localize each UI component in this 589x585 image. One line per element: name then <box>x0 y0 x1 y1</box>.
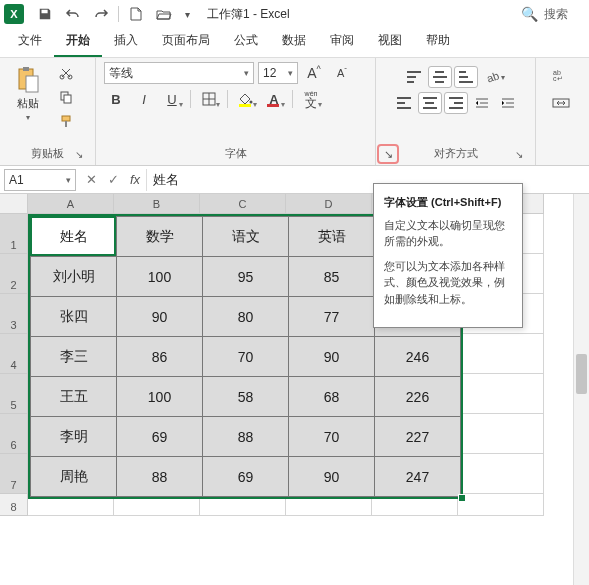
row-header-8[interactable]: 8 <box>0 494 28 516</box>
selection-fill-handle[interactable] <box>458 494 466 502</box>
increase-font-button[interactable]: A^ <box>302 62 326 84</box>
align-center-button[interactable] <box>418 92 442 114</box>
cell[interactable]: 88 <box>203 417 289 457</box>
ribbon-tabs: 文件 开始 插入 页面布局 公式 数据 审阅 视图 帮助 <box>0 28 589 58</box>
cell[interactable]: 100 <box>117 377 203 417</box>
cell-C1[interactable]: 语文 <box>203 217 289 257</box>
cell[interactable]: 90 <box>117 297 203 337</box>
row-header-3[interactable]: 3 <box>0 294 28 334</box>
pinyin-guide-button[interactable]: wén 文▾ <box>299 88 323 110</box>
cell[interactable]: 80 <box>203 297 289 337</box>
align-bottom-button[interactable] <box>454 66 478 88</box>
tab-data[interactable]: 数据 <box>270 26 318 57</box>
cell-A1[interactable]: 姓名 <box>31 217 117 257</box>
tab-insert[interactable]: 插入 <box>102 26 150 57</box>
format-painter-button[interactable] <box>54 110 78 132</box>
vertical-scrollbar[interactable] <box>573 194 589 585</box>
tab-review[interactable]: 审阅 <box>318 26 366 57</box>
border-button[interactable]: ▾ <box>197 88 221 110</box>
wrap-text-button[interactable]: abc↵ <box>546 64 576 86</box>
name-box[interactable]: A1 ▾ <box>4 169 76 191</box>
column-header-B[interactable]: B <box>114 194 200 214</box>
copy-button[interactable] <box>54 86 78 108</box>
row-header-2[interactable]: 2 <box>0 254 28 294</box>
row-header-1[interactable]: 1 <box>0 214 28 254</box>
font-name-value: 等线 <box>109 65 133 82</box>
cell[interactable]: 90 <box>289 457 375 497</box>
tab-home[interactable]: 开始 <box>54 26 102 57</box>
row-header-4[interactable]: 4 <box>0 334 28 374</box>
decrease-indent-button[interactable] <box>470 92 494 114</box>
cancel-formula-button[interactable]: ✕ <box>80 169 102 191</box>
cell[interactable]: 70 <box>203 337 289 377</box>
qat-new-button[interactable] <box>123 2 149 26</box>
align-right-button[interactable] <box>444 92 468 114</box>
cell[interactable]: 张四 <box>31 297 117 337</box>
tab-formulas[interactable]: 公式 <box>222 26 270 57</box>
cell[interactable]: 85 <box>289 257 375 297</box>
align-top-button[interactable] <box>402 66 426 88</box>
tab-file[interactable]: 文件 <box>6 26 54 57</box>
qat-customize-button[interactable]: ▾ <box>179 2 195 26</box>
cell[interactable]: 88 <box>117 457 203 497</box>
clipboard-dialog-launcher[interactable]: ↘ <box>73 149 85 161</box>
bold-button[interactable]: B <box>104 88 128 110</box>
cell[interactable]: 68 <box>289 377 375 417</box>
cell[interactable]: 77 <box>289 297 375 337</box>
cell-B1[interactable]: 数学 <box>117 217 203 257</box>
font-name-combo[interactable]: 等线▾ <box>104 62 254 84</box>
search-box[interactable]: 🔍 搜索 <box>521 2 581 26</box>
cell[interactable]: 100 <box>117 257 203 297</box>
insert-function-button[interactable]: fx <box>124 169 146 191</box>
italic-button[interactable]: I <box>132 88 156 110</box>
column-header-D[interactable]: D <box>286 194 372 214</box>
cell[interactable]: 58 <box>203 377 289 417</box>
cell[interactable]: 247 <box>375 457 461 497</box>
row-header-7[interactable]: 7 <box>0 454 28 494</box>
cut-button[interactable] <box>54 62 78 84</box>
qat-undo-button[interactable] <box>60 2 86 26</box>
cell-D1[interactable]: 英语 <box>289 217 375 257</box>
decrease-font-button[interactable]: Aˇ <box>330 62 354 84</box>
select-all-corner[interactable] <box>0 194 28 214</box>
merge-center-button[interactable] <box>546 92 576 114</box>
font-color-button[interactable]: A ▾ <box>262 88 286 110</box>
qat-redo-button[interactable] <box>88 2 114 26</box>
enter-formula-button[interactable]: ✓ <box>102 169 124 191</box>
cell[interactable]: 90 <box>289 337 375 377</box>
cell[interactable]: 227 <box>375 417 461 457</box>
fill-color-button[interactable]: ▾ <box>234 88 258 110</box>
alignment-dialog-launcher[interactable]: ↘ <box>513 149 525 161</box>
cell[interactable]: 刘小明 <box>31 257 117 297</box>
font-dialog-launcher[interactable]: ↘ <box>377 144 399 164</box>
tab-page-layout[interactable]: 页面布局 <box>150 26 222 57</box>
paste-button[interactable]: 粘贴 ▾ <box>8 62 48 122</box>
cell[interactable]: 69 <box>203 457 289 497</box>
align-middle-button[interactable] <box>428 66 452 88</box>
cell[interactable]: 70 <box>289 417 375 457</box>
row-header-5[interactable]: 5 <box>0 374 28 414</box>
orientation-button[interactable]: ab▾ <box>480 66 510 88</box>
cell[interactable]: 王五 <box>31 377 117 417</box>
cell[interactable]: 李三 <box>31 337 117 377</box>
qat-save-button[interactable] <box>32 2 58 26</box>
qat-open-button[interactable] <box>151 2 177 26</box>
cell[interactable]: 246 <box>375 337 461 377</box>
increase-indent-button[interactable] <box>496 92 520 114</box>
underline-button[interactable]: U▾ <box>160 88 184 110</box>
tab-view[interactable]: 视图 <box>366 26 414 57</box>
cell[interactable]: 69 <box>117 417 203 457</box>
tab-help[interactable]: 帮助 <box>414 26 462 57</box>
alignment-group-label: 对齐方式 ↘ <box>384 145 527 163</box>
cell[interactable]: 86 <box>117 337 203 377</box>
column-header-C[interactable]: C <box>200 194 286 214</box>
cell[interactable]: 周艳 <box>31 457 117 497</box>
cell[interactable]: 95 <box>203 257 289 297</box>
cell[interactable]: 226 <box>375 377 461 417</box>
row-header-6[interactable]: 6 <box>0 414 28 454</box>
cell[interactable]: 李明 <box>31 417 117 457</box>
column-header-A[interactable]: A <box>28 194 114 214</box>
align-left-button[interactable] <box>392 92 416 114</box>
font-size-combo[interactable]: 12▾ <box>258 62 298 84</box>
scrollbar-thumb[interactable] <box>576 354 587 394</box>
